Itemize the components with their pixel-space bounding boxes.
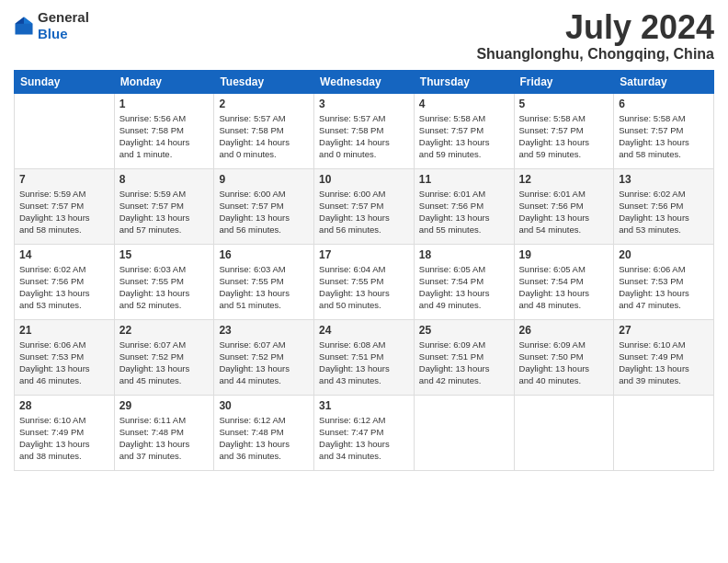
cell-content: Sunrise: 5:59 AM Sunset: 7:57 PM Dayligh… <box>119 188 210 236</box>
calendar-cell: 1Sunrise: 5:56 AM Sunset: 7:58 PM Daylig… <box>114 93 214 168</box>
day-header-wednesday: Wednesday <box>314 70 415 93</box>
svg-marker-1 <box>24 17 33 23</box>
title-section: July 2024 Shuanglonghu, Chongqing, China <box>476 9 714 63</box>
cell-content: Sunrise: 6:10 AM Sunset: 7:49 PM Dayligh… <box>19 414 109 463</box>
day-number: 31 <box>319 399 409 412</box>
calendar-cell <box>514 395 614 470</box>
day-number: 8 <box>119 173 210 186</box>
calendar-cell: 23Sunrise: 6:07 AM Sunset: 7:52 PM Dayli… <box>214 319 314 395</box>
cell-content: Sunrise: 5:56 AM Sunset: 7:58 PM Dayligh… <box>119 112 210 161</box>
day-number: 23 <box>219 324 309 337</box>
day-number: 2 <box>219 98 309 110</box>
day-number: 30 <box>219 399 309 412</box>
cell-content: Sunrise: 6:00 AM Sunset: 7:57 PM Dayligh… <box>319 188 409 236</box>
calendar-cell: 19Sunrise: 6:05 AM Sunset: 7:54 PM Dayli… <box>514 244 614 319</box>
day-number: 10 <box>319 173 409 186</box>
cell-content: Sunrise: 6:02 AM Sunset: 7:56 PM Dayligh… <box>619 188 709 236</box>
calendar-cell <box>614 395 714 470</box>
cell-content: Sunrise: 6:09 AM Sunset: 7:50 PM Dayligh… <box>519 339 609 387</box>
cell-content: Sunrise: 6:01 AM Sunset: 7:56 PM Dayligh… <box>519 188 609 236</box>
day-number: 11 <box>419 173 509 186</box>
cell-content: Sunrise: 6:12 AM Sunset: 7:47 PM Dayligh… <box>319 414 409 463</box>
day-header-saturday: Saturday <box>614 70 714 93</box>
day-number: 29 <box>119 399 210 412</box>
cell-content: Sunrise: 6:00 AM Sunset: 7:57 PM Dayligh… <box>219 188 309 236</box>
day-number: 12 <box>519 173 609 186</box>
location-subtitle: Shuanglonghu, Chongqing, China <box>476 46 714 63</box>
cell-content: Sunrise: 5:57 AM Sunset: 7:58 PM Dayligh… <box>319 112 409 161</box>
cell-content: Sunrise: 6:06 AM Sunset: 7:53 PM Dayligh… <box>19 339 109 387</box>
calendar-cell: 7Sunrise: 5:59 AM Sunset: 7:57 PM Daylig… <box>15 168 115 244</box>
cell-content: Sunrise: 6:08 AM Sunset: 7:51 PM Dayligh… <box>319 339 409 387</box>
calendar-cell: 22Sunrise: 6:07 AM Sunset: 7:52 PM Dayli… <box>114 319 214 395</box>
day-header-monday: Monday <box>114 70 214 93</box>
calendar-cell: 21Sunrise: 6:06 AM Sunset: 7:53 PM Dayli… <box>15 319 115 395</box>
cell-content: Sunrise: 6:07 AM Sunset: 7:52 PM Dayligh… <box>119 339 210 387</box>
calendar-cell: 9Sunrise: 6:00 AM Sunset: 7:57 PM Daylig… <box>214 168 314 244</box>
logo-general: General <box>38 9 89 25</box>
calendar-cell: 15Sunrise: 6:03 AM Sunset: 7:55 PM Dayli… <box>114 244 214 319</box>
day-number: 1 <box>119 98 210 110</box>
calendar-cell: 31Sunrise: 6:12 AM Sunset: 7:47 PM Dayli… <box>314 395 415 470</box>
day-header-friday: Friday <box>514 70 614 93</box>
day-number: 9 <box>219 173 309 186</box>
header: General Blue July 2024 Shuanglonghu, Cho… <box>14 9 714 63</box>
calendar-cell: 25Sunrise: 6:09 AM Sunset: 7:51 PM Dayli… <box>414 319 514 395</box>
day-number: 4 <box>419 98 509 110</box>
calendar-cell: 28Sunrise: 6:10 AM Sunset: 7:49 PM Dayli… <box>15 395 115 470</box>
cell-content: Sunrise: 5:58 AM Sunset: 7:57 PM Dayligh… <box>419 112 509 161</box>
svg-marker-2 <box>15 17 24 23</box>
logo-blue: Blue <box>38 26 68 41</box>
calendar-cell: 8Sunrise: 5:59 AM Sunset: 7:57 PM Daylig… <box>114 168 214 244</box>
calendar-cell: 24Sunrise: 6:08 AM Sunset: 7:51 PM Dayli… <box>314 319 415 395</box>
cell-content: Sunrise: 6:05 AM Sunset: 7:54 PM Dayligh… <box>519 263 609 312</box>
day-number: 22 <box>119 324 210 337</box>
calendar-cell: 30Sunrise: 6:12 AM Sunset: 7:48 PM Dayli… <box>214 395 314 470</box>
days-header-row: SundayMondayTuesdayWednesdayThursdayFrid… <box>15 70 714 93</box>
calendar-cell <box>414 395 514 470</box>
day-number: 15 <box>119 248 210 261</box>
day-number: 6 <box>619 98 709 110</box>
cell-content: Sunrise: 6:01 AM Sunset: 7:56 PM Dayligh… <box>419 188 509 236</box>
cell-content: Sunrise: 6:02 AM Sunset: 7:56 PM Dayligh… <box>19 263 109 312</box>
calendar-cell: 2Sunrise: 5:57 AM Sunset: 7:58 PM Daylig… <box>214 93 314 168</box>
cell-content: Sunrise: 6:06 AM Sunset: 7:53 PM Dayligh… <box>619 263 709 312</box>
day-number: 20 <box>619 248 709 261</box>
cell-content: Sunrise: 5:59 AM Sunset: 7:57 PM Dayligh… <box>19 188 109 236</box>
calendar-cell: 18Sunrise: 6:05 AM Sunset: 7:54 PM Dayli… <box>414 244 514 319</box>
day-number: 7 <box>19 173 109 186</box>
day-number: 16 <box>219 248 309 261</box>
calendar-cell: 14Sunrise: 6:02 AM Sunset: 7:56 PM Dayli… <box>15 244 115 319</box>
cell-content: Sunrise: 6:05 AM Sunset: 7:54 PM Dayligh… <box>419 263 509 312</box>
calendar-cell: 12Sunrise: 6:01 AM Sunset: 7:56 PM Dayli… <box>514 168 614 244</box>
calendar-cell: 5Sunrise: 5:58 AM Sunset: 7:57 PM Daylig… <box>514 93 614 168</box>
day-number: 26 <box>519 324 609 337</box>
cell-content: Sunrise: 6:11 AM Sunset: 7:48 PM Dayligh… <box>119 414 210 463</box>
cell-content: Sunrise: 6:04 AM Sunset: 7:55 PM Dayligh… <box>319 263 409 312</box>
cell-content: Sunrise: 5:58 AM Sunset: 7:57 PM Dayligh… <box>519 112 609 161</box>
cell-content: Sunrise: 6:03 AM Sunset: 7:55 PM Dayligh… <box>119 263 210 312</box>
calendar-table: SundayMondayTuesdayWednesdayThursdayFrid… <box>14 70 714 471</box>
calendar-cell: 17Sunrise: 6:04 AM Sunset: 7:55 PM Dayli… <box>314 244 415 319</box>
calendar-cell: 4Sunrise: 5:58 AM Sunset: 7:57 PM Daylig… <box>414 93 514 168</box>
logo-text: General Blue <box>38 9 89 42</box>
day-number: 21 <box>19 324 109 337</box>
calendar-cell: 29Sunrise: 6:11 AM Sunset: 7:48 PM Dayli… <box>114 395 214 470</box>
calendar-cell: 3Sunrise: 5:57 AM Sunset: 7:58 PM Daylig… <box>314 93 415 168</box>
calendar-cell: 27Sunrise: 6:10 AM Sunset: 7:49 PM Dayli… <box>614 319 714 395</box>
cell-content: Sunrise: 6:12 AM Sunset: 7:48 PM Dayligh… <box>219 414 309 463</box>
cell-content: Sunrise: 6:10 AM Sunset: 7:49 PM Dayligh… <box>619 339 709 387</box>
cell-content: Sunrise: 6:07 AM Sunset: 7:52 PM Dayligh… <box>219 339 309 387</box>
day-number: 3 <box>319 98 409 110</box>
month-year-title: July 2024 <box>476 9 714 46</box>
day-number: 18 <box>419 248 509 261</box>
calendar-cell: 6Sunrise: 5:58 AM Sunset: 7:57 PM Daylig… <box>614 93 714 168</box>
day-number: 25 <box>419 324 509 337</box>
day-number: 14 <box>19 248 109 261</box>
week-row-4: 21Sunrise: 6:06 AM Sunset: 7:53 PM Dayli… <box>15 319 714 395</box>
cell-content: Sunrise: 6:03 AM Sunset: 7:55 PM Dayligh… <box>219 263 309 312</box>
page: General Blue July 2024 Shuanglonghu, Cho… <box>0 0 728 563</box>
logo: General Blue <box>14 9 89 42</box>
calendar-cell <box>15 93 115 168</box>
day-header-sunday: Sunday <box>15 70 115 93</box>
